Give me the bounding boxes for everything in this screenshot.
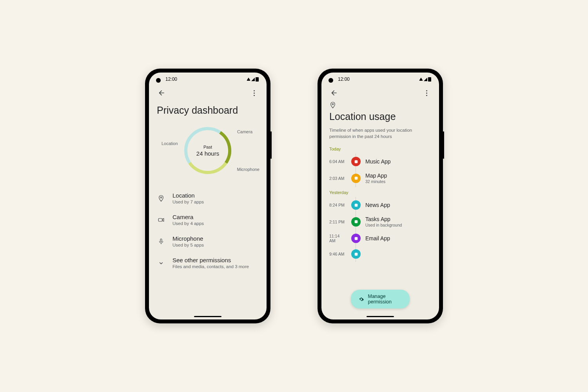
arrow-left-icon xyxy=(330,89,338,97)
wifi-icon xyxy=(419,78,423,81)
battery-icon xyxy=(428,77,431,82)
status-icons xyxy=(419,77,431,82)
donut-caption-main: 24 hours xyxy=(196,150,219,157)
app-icon xyxy=(351,157,361,166)
manage-permission-button[interactable]: Manage permission xyxy=(351,290,410,309)
donut-label-microphone: Microphone xyxy=(237,167,260,172)
usage-donut-chart: Past 24 hours Location Camera Microphone xyxy=(180,123,235,178)
location-pin-icon xyxy=(157,195,165,202)
page-subtitle: Timeline of when apps used your location… xyxy=(329,127,431,140)
timeline-time: 8:24 PM xyxy=(329,203,347,207)
status-bar: 12:00 xyxy=(321,73,439,82)
timeline-time: 2:11 PM xyxy=(329,220,347,224)
timeline-row[interactable]: 9:46 AM xyxy=(329,246,431,262)
permission-subtitle: Used by 7 apps xyxy=(172,200,204,204)
back-button[interactable] xyxy=(329,88,339,98)
timeline-row[interactable]: 2:11 PMTasks AppUsed in background xyxy=(329,213,431,230)
timeline-row[interactable]: 6:04 AMMusic App xyxy=(329,154,431,169)
timeline-section-label: Today xyxy=(329,147,431,151)
permission-row-location[interactable]: Location Used by 7 apps xyxy=(157,187,259,209)
status-time: 12:00 xyxy=(338,76,350,82)
svg-rect-4 xyxy=(354,160,358,163)
permission-title: Camera xyxy=(172,214,204,220)
timeline-app-name: Map App xyxy=(365,172,387,179)
gesture-nav-pill[interactable] xyxy=(194,316,221,317)
svg-rect-2 xyxy=(160,239,162,242)
status-bar: 12:00 xyxy=(149,73,267,82)
timeline-app-sub: Used in background xyxy=(365,223,402,227)
timeline-app-name: Tasks App xyxy=(365,216,402,222)
timeline-time: 9:46 AM xyxy=(329,252,347,256)
location-pin-icon xyxy=(329,102,431,110)
permission-title: Microphone xyxy=(172,235,204,242)
permission-row-microphone[interactable]: Microphone Used by 5 apps xyxy=(157,230,259,252)
timeline-row[interactable]: 2:03 AMMap App32 minutes xyxy=(329,169,431,187)
app-icon xyxy=(351,217,361,227)
timeline-row[interactable]: 8:24 PMNews App xyxy=(329,197,431,213)
timeline-app-name: Email App xyxy=(365,235,390,241)
svg-rect-8 xyxy=(354,237,358,240)
svg-rect-1 xyxy=(158,218,162,221)
svg-rect-6 xyxy=(354,203,358,207)
svg-rect-7 xyxy=(354,220,358,223)
permission-title: Location xyxy=(172,192,204,199)
see-other-title: See other permissions xyxy=(172,257,249,263)
svg-point-0 xyxy=(160,197,162,198)
camera-hole xyxy=(328,78,333,83)
timeline-app-name: Music App xyxy=(365,158,391,165)
status-icons xyxy=(247,77,259,82)
app-icon xyxy=(351,249,361,259)
phone-location-usage: 12:00 Location usage Timeline of when ap… xyxy=(318,69,443,323)
fab-label: Manage permission xyxy=(368,294,402,305)
permission-subtitle: Used by 5 apps xyxy=(172,243,204,247)
svg-rect-9 xyxy=(354,252,358,256)
app-icon xyxy=(351,234,361,243)
timeline-section-label: Yesterday xyxy=(329,190,431,195)
page-title: Location usage xyxy=(329,111,431,122)
page-title: Privacy dashboard xyxy=(157,105,259,116)
gesture-nav-pill[interactable] xyxy=(367,316,394,317)
see-other-permissions-row[interactable]: See other permissions Files and media, c… xyxy=(157,252,259,274)
gear-icon xyxy=(359,296,364,303)
timeline-time: 11:14 AM xyxy=(329,234,347,243)
permission-subtitle: Used by 4 apps xyxy=(172,221,204,226)
see-other-subtitle: Files and media, contacts, and 3 more xyxy=(172,264,249,269)
wifi-icon xyxy=(247,78,250,81)
overflow-menu-button[interactable] xyxy=(422,88,431,98)
battery-icon xyxy=(256,77,259,82)
svg-point-3 xyxy=(332,103,333,105)
overflow-menu-button[interactable] xyxy=(249,88,259,98)
arrow-left-icon xyxy=(158,89,165,97)
timeline-row[interactable]: 11:14 AMEmail App xyxy=(329,230,431,246)
status-time: 12:00 xyxy=(165,76,177,82)
timeline-time: 6:04 AM xyxy=(329,159,347,164)
back-button[interactable] xyxy=(157,88,166,98)
donut-label-location: Location xyxy=(162,141,178,146)
donut-label-camera: Camera xyxy=(237,129,252,134)
microphone-icon xyxy=(157,238,165,245)
phone-privacy-dashboard: 12:00 Privacy dashboard Past 24 hours xyxy=(145,69,270,323)
timeline-time: 2:03 AM xyxy=(329,176,347,181)
donut-caption-top: Past xyxy=(203,145,212,149)
timeline-app-name: News App xyxy=(365,202,390,208)
app-icon xyxy=(351,174,361,183)
signal-icon xyxy=(424,78,427,81)
chevron-down-icon xyxy=(157,260,165,267)
timeline-app-sub: 32 minutes xyxy=(365,179,387,184)
camera-icon xyxy=(157,216,165,223)
permission-row-camera[interactable]: Camera Used by 4 apps xyxy=(157,209,259,230)
app-icon xyxy=(351,200,361,210)
svg-rect-5 xyxy=(354,177,358,180)
camera-hole xyxy=(156,78,161,83)
signal-icon xyxy=(251,78,255,81)
